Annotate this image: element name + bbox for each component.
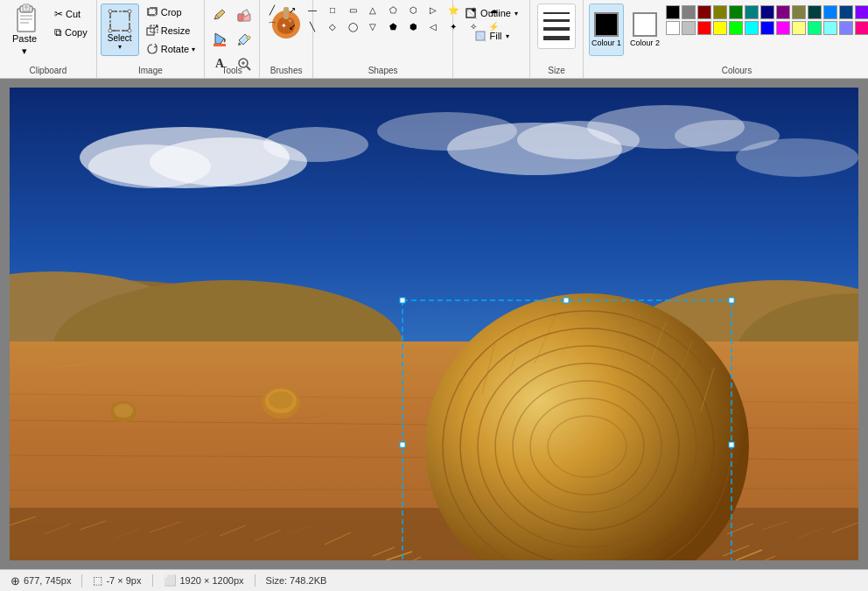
image-buttons: Crop Resize Rotate ▾ xyxy=(141,4,200,58)
colour-swatch-1[interactable] xyxy=(682,5,696,19)
shape-btn-3[interactable]: □ xyxy=(323,2,342,18)
shape-btn-16[interactable]: ◯ xyxy=(343,18,362,34)
shape-btn-17[interactable]: ▽ xyxy=(363,18,382,34)
copy-label: Copy xyxy=(65,27,88,38)
dimensions-icon: ⬜ xyxy=(164,574,177,587)
colour-swatch-8[interactable] xyxy=(792,5,806,19)
shape-btn-12[interactable]: ⌒ xyxy=(262,18,282,34)
shape-btn-0[interactable]: ╱ xyxy=(262,2,282,18)
colour-swatch-5[interactable] xyxy=(745,5,759,19)
colour-swatch-15[interactable] xyxy=(682,21,696,35)
colour-swatch-14[interactable] xyxy=(666,21,680,35)
svg-point-68 xyxy=(269,391,293,409)
shape-btn-13[interactable]: ↙ xyxy=(283,18,302,34)
image-dimensions: 1920 × 1200px xyxy=(180,575,244,586)
shape-btn-19[interactable]: ⬢ xyxy=(403,18,423,34)
shape-btn-18[interactable]: ⬟ xyxy=(383,18,402,34)
colour-swatch-10[interactable] xyxy=(823,5,837,19)
fill-chevron: ▾ xyxy=(506,32,509,40)
colour-swatch-2[interactable] xyxy=(697,5,711,19)
cut-button[interactable]: ✂ Cut xyxy=(49,5,93,23)
shape-btn-15[interactable]: ◇ xyxy=(323,18,342,34)
colour2-button[interactable]: Colour 2 xyxy=(627,4,662,56)
scissors-icon: ✂ xyxy=(54,8,63,20)
shape-btn-2[interactable]: — xyxy=(303,2,322,18)
colour-swatch-22[interactable] xyxy=(792,21,806,35)
palette-row-1 xyxy=(666,5,868,19)
position-icon: ⊕ xyxy=(10,574,20,587)
color-picker-button[interactable] xyxy=(233,28,256,51)
colour-swatch-7[interactable] xyxy=(776,5,790,19)
rotate-dropdown-icon: ▾ xyxy=(192,46,195,53)
shapes-label: Shapes xyxy=(313,66,452,75)
image-container xyxy=(10,88,858,560)
colour-swatch-18[interactable] xyxy=(729,21,743,35)
colour-swatch-3[interactable] xyxy=(713,5,727,19)
cursor-position: 677, 745px xyxy=(24,575,71,586)
colour2-box xyxy=(633,12,657,37)
fill-button[interactable] xyxy=(208,28,231,51)
svg-point-7 xyxy=(108,10,112,13)
svg-rect-6 xyxy=(110,11,130,31)
colour-swatch-4[interactable] xyxy=(729,5,743,19)
colour-swatch-9[interactable] xyxy=(808,5,822,19)
colour-swatch-19[interactable] xyxy=(745,21,759,35)
clipboard-label: Clipboard xyxy=(0,66,96,75)
canvas-area[interactable] xyxy=(0,79,868,569)
colour-swatch-26[interactable] xyxy=(855,21,868,35)
rotate-button[interactable]: Rotate ▾ xyxy=(141,40,200,58)
outline-button[interactable]: Outline ▾ xyxy=(458,4,524,23)
shape-btn-6[interactable]: ⬠ xyxy=(383,2,402,18)
colour-swatch-0[interactable] xyxy=(666,5,680,19)
colour-swatch-12[interactable] xyxy=(855,5,868,19)
shape-btn-5[interactable]: △ xyxy=(363,2,382,18)
svg-rect-96 xyxy=(400,298,405,303)
paste-dropdown-icon: ▾ xyxy=(22,46,27,57)
colour-swatch-21[interactable] xyxy=(776,21,790,35)
shape-btn-20[interactable]: ◁ xyxy=(424,18,443,34)
colour-swatch-20[interactable] xyxy=(760,21,774,35)
svg-point-29 xyxy=(263,127,368,162)
paste-button[interactable]: Paste ▾ xyxy=(4,4,46,56)
crop-button[interactable]: Crop xyxy=(141,4,200,21)
eraser-button[interactable] xyxy=(233,4,256,26)
shape-btn-1[interactable]: ↗ xyxy=(283,2,302,18)
copy-icon: ⧉ xyxy=(54,26,62,39)
select-button[interactable]: Select ▾ xyxy=(101,4,139,56)
svg-rect-3 xyxy=(20,18,32,20)
shape-btn-8[interactable]: ▷ xyxy=(424,2,443,18)
colour-swatch-6[interactable] xyxy=(760,5,774,19)
size-dropdown[interactable] xyxy=(537,4,576,49)
tools-col-1: A xyxy=(208,4,231,75)
pencil-button[interactable] xyxy=(208,4,231,26)
svg-point-17 xyxy=(247,36,250,39)
cursor-position-item: ⊕ 677, 745px xyxy=(7,574,82,587)
colour-swatch-24[interactable] xyxy=(823,21,837,35)
shape-btn-4[interactable]: ▭ xyxy=(343,2,362,18)
outline-label: Outline xyxy=(480,8,511,18)
tools-section: A xyxy=(205,0,260,78)
svg-rect-16 xyxy=(238,14,243,21)
colour-swatch-16[interactable] xyxy=(697,21,711,35)
image-section: Select ▾ Crop Resize xyxy=(97,0,205,78)
colour-swatch-17[interactable] xyxy=(713,21,727,35)
colours-label: Colours xyxy=(584,66,868,75)
copy-button[interactable]: ⧉ Copy xyxy=(49,24,93,41)
colour-swatch-11[interactable] xyxy=(839,5,853,19)
file-size-item: Size: 748.2KB xyxy=(256,575,338,586)
resize-button[interactable]: Resize xyxy=(141,22,200,39)
svg-rect-14 xyxy=(214,44,226,46)
svg-point-70 xyxy=(114,404,133,418)
shape-btn-7[interactable]: ⬡ xyxy=(403,2,423,18)
clipboard-small-buttons: ✂ Cut ⧉ Copy xyxy=(49,4,93,41)
clipboard-section: Paste ▾ ✂ Cut ⧉ Copy Clipboard xyxy=(0,0,97,78)
fill-dropdown-button[interactable]: Fill ▾ xyxy=(468,26,515,46)
colour-swatch-25[interactable] xyxy=(839,21,853,35)
cut-label: Cut xyxy=(66,9,80,19)
image-label: Image xyxy=(97,66,204,75)
selection-size: -7 × 9px xyxy=(106,575,141,586)
shape-btn-14[interactable]: ╲ xyxy=(303,18,322,34)
colour1-button[interactable]: Colour 1 xyxy=(589,4,624,56)
colour-swatch-23[interactable] xyxy=(808,21,822,35)
svg-rect-97 xyxy=(729,298,734,303)
